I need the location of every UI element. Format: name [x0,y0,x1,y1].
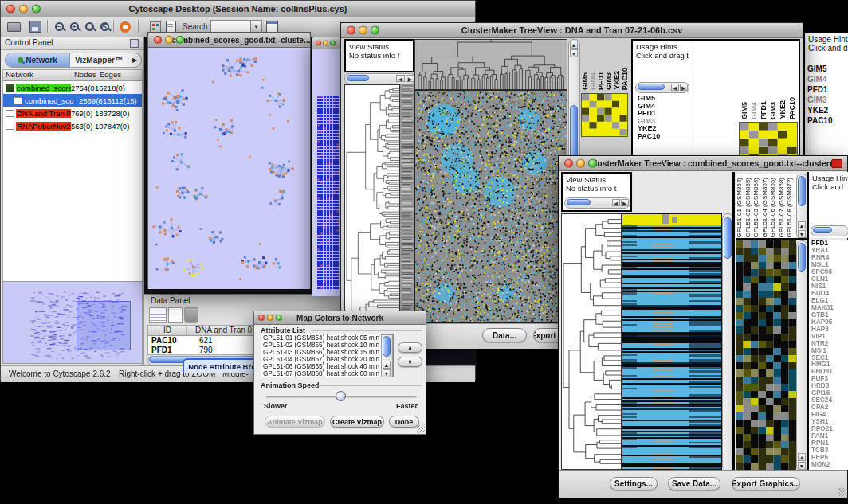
done-button[interactable]: Done [389,416,419,428]
view-status-hscrollbar[interactable]: ◀ ▶ [344,73,416,84]
col-id[interactable]: ID [148,326,187,335]
zoom-heatmap[interactable] [736,240,796,470]
attribute-list-vscrollbar[interactable]: ▲ ▼ [381,334,393,377]
column-label[interactable]: GPL51-08 (GSM872) [786,178,795,238]
attribute-item[interactable]: GPL51-01 (GSM854) heat shock 05 min [261,334,381,342]
minimize-button[interactable] [359,26,367,35]
usage-hints-hscrollbar[interactable] [811,225,848,236]
close-button[interactable] [258,315,265,321]
gene-label[interactable]: MON2 [811,462,848,469]
attribute-item[interactable]: GPL51-06 (GSM865) heat shock 40 min [261,363,381,370]
network-overview-canvas[interactable] [3,282,142,363]
column-label[interactable]: PFD1 [760,101,769,119]
save-data-button[interactable]: Data... [482,328,527,342]
grid-network-canvas[interactable] [312,49,340,296]
zoom-hscrollbar[interactable]: ◀ ▶ [635,82,689,93]
column-label[interactable]: GIM3 [769,102,779,119]
gene-label[interactable]: GIM4 [807,74,848,84]
window-controls[interactable] [258,315,282,321]
gene-label[interactable]: PFD1 [807,84,848,95]
close-button[interactable] [564,159,573,168]
attribute-item[interactable]: GPL51-02 (GSM855) heat shock 10 min [261,342,381,349]
gene-list[interactable]: GIM5GIM4PFD1GIM3YKE2PAC10 [805,64,848,126]
network-table-header[interactable]: Network Nodes Edges [3,70,142,81]
animate-vizmap-button[interactable]: Animate Vizmap [265,416,325,428]
move-down-button[interactable]: ∨ [398,357,422,367]
move-up-button[interactable]: ∧ [398,342,422,353]
network-row[interactable]: RNAPuberNov2+ 563(0) 107847(0) [3,119,142,132]
column-label[interactable]: YKE2 [613,71,621,90]
minimize-button[interactable] [19,5,28,14]
window-controls[interactable] [564,159,597,168]
resize-grip[interactable] [417,425,425,433]
attribute-item[interactable]: GPL51-07 (GSM868) heat shock 60 min [261,370,381,377]
grid-window-titlebar[interactable] [312,37,340,49]
gene-label[interactable]: YKE2 [807,105,848,115]
window-controls[interactable] [316,41,336,46]
minimize-button[interactable] [267,315,273,321]
column-label[interactable]: GPL51-02 (GSM855) [744,178,753,238]
zoom-button[interactable] [276,315,282,321]
column-label[interactable]: GIM5 [581,72,589,90]
column-label[interactable]: GPL51-06 (GSM865) [769,178,778,238]
network-row[interactable]: combined_scores 2764(0) 16218(0) [3,81,142,94]
row-dendrogram[interactable] [344,84,400,347]
dialog-titlebar[interactable]: Map Colors to Network [254,311,426,325]
minimize-button[interactable] [576,159,585,168]
column-label[interactable]: PAC10 [788,97,798,119]
delete-attribute-icon[interactable] [184,307,198,323]
column-label[interactable]: GIM4 [589,72,597,90]
tab-network[interactable]: Network [6,53,70,67]
zoom-button[interactable] [32,5,41,14]
column-label[interactable]: GPL51-01 (GSM854) [736,178,744,238]
zoom-fit-icon[interactable]: ⇱ [96,19,112,34]
network-row[interactable]: DNA and Tran 07 769(0) 183728(0) [3,107,142,119]
network-view-titlebar[interactable]: combined_scores_good.txt--cluste... [148,33,310,48]
save-data-button[interactable]: Save Data... [668,477,720,490]
close-button[interactable] [316,41,321,46]
minimize-button[interactable] [165,36,173,44]
column-label[interactable]: GPL51-07 (GSM868) [778,178,787,238]
window-controls[interactable] [154,36,184,44]
treeview1-titlebar[interactable]: ClusterMaker TreeView : DNA and Tran 07-… [341,23,803,38]
column-label[interactable]: YKE2 [779,100,788,119]
help-icon[interactable] [117,19,133,34]
row-dendrogram[interactable] [561,213,622,470]
column-label[interactable]: PAC10 [621,68,629,90]
speed-slider[interactable] [265,391,417,402]
gene-label[interactable]: GIM5 [807,64,848,74]
zoom-out-icon[interactable]: − [51,19,67,34]
column-dendrogram[interactable] [414,39,567,90]
global-heatmap[interactable] [622,213,722,470]
main-titlebar[interactable]: Cytoscape Desktop (Session Name: collins… [1,1,475,18]
export-graphics-button[interactable]: Export Graphics... [732,477,800,490]
network-canvas[interactable] [148,48,310,289]
attribute-item[interactable]: GPL51-04 (GSM857) heat shock 20 min [261,356,381,363]
close-button[interactable] [154,36,162,44]
column-label[interactable]: GIM3 [605,72,613,90]
new-attribute-icon[interactable] [168,307,183,323]
gene-label[interactable]: PAC10 [807,115,848,126]
tab-vizmapper[interactable]: VizMapper™ [70,53,128,67]
network-overview-panel[interactable] [2,281,143,364]
attribute-item[interactable]: GPL51-03 (GSM856) heat shock 15 min [261,349,381,356]
create-vizmap-button[interactable]: Create Vizmap [330,416,384,428]
column-label[interactable]: GIM4 [750,102,760,119]
minimize-button[interactable] [323,41,328,46]
settings-button[interactable]: Settings... [610,477,658,490]
zoom-button[interactable] [330,41,336,46]
network-row[interactable]: combined_sco 2569(6) 13112(15) [3,94,142,107]
global-heatmap[interactable] [414,90,567,323]
treeview2-titlebar[interactable]: ClusterMaker TreeView : combined_scores_… [559,156,847,171]
zoom-button[interactable] [371,26,379,35]
gene-label[interactable]: GIM3 [807,95,848,105]
gene-list[interactable]: PFD1YRA1RNR4MSL1SPC98CLN1NIS1BUD4ELG1MAK… [809,240,848,470]
column-label[interactable]: GIM5 [740,102,750,119]
gene-list[interactable]: GIM5GIM4PFD1GIM3YKE2PAC10 [635,95,660,141]
close-button[interactable] [347,26,355,35]
open-icon[interactable] [6,19,22,34]
window-controls[interactable] [6,5,41,14]
table-icon[interactable] [149,307,167,323]
search-input[interactable] [210,20,253,33]
save-icon[interactable] [27,19,43,34]
